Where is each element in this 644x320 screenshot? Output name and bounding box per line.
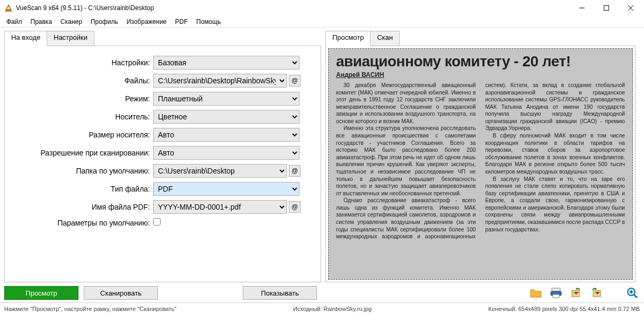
default-folder-select[interactable]: C:\Users\rainb\Desktop: [153, 164, 287, 178]
window-title: VueScan 9 x64 (9.5.11) - C:\Users\rainb\…: [16, 4, 570, 12]
scanned-document: авиационному комитету - 20 лет! Андрей В…: [329, 49, 632, 279]
media-label: Носитель:: [10, 110, 153, 124]
folder-icon[interactable]: [528, 286, 543, 300]
article-paragraph: 30 декабря Межгосударственный авиационны…: [336, 82, 476, 125]
article-paragraph: Именно эта структура уполномочена рассле…: [336, 125, 476, 197]
files-label: Файлы:: [10, 74, 153, 88]
menu-image[interactable]: Изображение: [122, 17, 171, 27]
svg-rect-1: [604, 6, 609, 11]
pdfname-select[interactable]: YYYY-MM-DD-0001+.pdf: [153, 200, 287, 214]
options-select[interactable]: Базовая: [153, 56, 299, 70]
tab-settings[interactable]: Настройки: [47, 31, 94, 46]
resolution-label: Разрешение при сканировании:: [10, 146, 153, 160]
article-byline: Андрей ВАСИН: [336, 71, 625, 79]
svg-line-10: [634, 295, 637, 298]
minimize-button[interactable]: [570, 0, 594, 16]
mode-select[interactable]: Планшетный: [153, 92, 299, 106]
svg-rect-6: [553, 295, 559, 298]
defaults-checkbox[interactable]: [153, 218, 161, 226]
menu-pdf[interactable]: PDF: [171, 17, 192, 27]
app-icon: [4, 4, 13, 12]
zoom-in-icon[interactable]: [625, 286, 640, 300]
menu-scanner[interactable]: Сканер: [56, 17, 86, 27]
close-button[interactable]: [619, 0, 643, 16]
pdfname-label: Имя файла PDF:: [10, 200, 153, 214]
status-source: Исходный: RainbowSky.ru.jpg: [189, 306, 475, 312]
menu-profile[interactable]: Профиль: [86, 17, 122, 27]
svg-rect-4: [552, 288, 560, 291]
menu-file[interactable]: Файл: [2, 17, 27, 27]
menubar: Файл Правка Сканер Профиль Изображение P…: [0, 16, 644, 28]
mediasize-select[interactable]: Авто: [153, 128, 299, 142]
rotate-left-icon[interactable]: [569, 286, 584, 300]
scan-button[interactable]: Сканировать: [84, 286, 158, 300]
article-paragraph: В заслугу МАК ставят и то, что на заре е…: [486, 176, 625, 233]
preview-button[interactable]: Просмотр: [4, 286, 78, 300]
mode-label: Режим:: [10, 92, 153, 106]
tab-scan[interactable]: Скан: [370, 31, 400, 46]
files-browse-button[interactable]: @: [289, 75, 301, 87]
files-select[interactable]: C:\Users\rainb\Desktop\RainbowSky: [153, 74, 287, 88]
show-button[interactable]: Показывать: [243, 286, 317, 300]
options-label: Настройки:: [10, 56, 153, 70]
tab-input[interactable]: На входе: [4, 31, 47, 46]
maximize-button[interactable]: [594, 0, 619, 16]
preview-canvas[interactable]: авиационному комитету - 20 лет! Андрей В…: [328, 48, 633, 280]
printer-icon[interactable]: [549, 286, 563, 300]
article-headline: авиационному комитету - 20 лет!: [336, 53, 625, 70]
pdfname-browse-button[interactable]: @: [289, 201, 301, 213]
filetype-label: Тип файла:: [10, 182, 153, 196]
menu-help[interactable]: Помощь: [192, 17, 225, 27]
status-output: Конечный: 654x489 pixels 300 dpi 55.4x41…: [488, 306, 640, 312]
article-paragraph: В сферу полномочий МАК входит в том числ…: [486, 132, 625, 175]
rotate-right-icon[interactable]: [589, 286, 604, 300]
tab-preview[interactable]: Просмотр: [325, 31, 370, 46]
default-folder-label: Папка по умолчанию:: [10, 164, 153, 178]
default-folder-browse-button[interactable]: @: [289, 165, 301, 177]
menu-edit[interactable]: Правка: [27, 17, 57, 27]
defaults-label: Параметры по умолчанию:: [10, 218, 153, 228]
mediasize-label: Размер носителя:: [10, 128, 153, 142]
status-hint: Нажмите "Просмотр", настройте рамку, наж…: [4, 306, 177, 312]
resolution-select[interactable]: Авто: [153, 146, 299, 160]
media-select[interactable]: Цветное: [153, 110, 299, 124]
filetype-select[interactable]: PDF: [153, 182, 299, 196]
